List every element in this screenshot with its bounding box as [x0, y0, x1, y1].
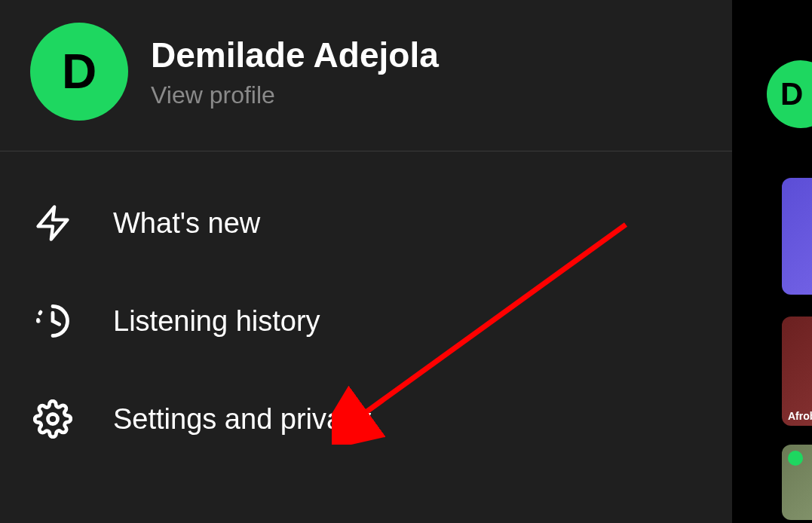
profile-text: Demilade Adejola View profile [151, 35, 439, 109]
clock-icon [30, 298, 75, 344]
album-tile[interactable]: Afrobe [782, 317, 812, 426]
settings-panel: D Demilade Adejola View profile What's n… [0, 0, 732, 523]
mini-avatar-initial: D [780, 76, 803, 112]
album-tile-label: Afrobe [788, 410, 812, 422]
menu-label: Listening history [113, 305, 320, 338]
album-tile[interactable] [782, 445, 812, 520]
gear-icon [30, 396, 75, 442]
svg-point-2 [48, 414, 58, 424]
background-strip: D Afrobe [732, 0, 812, 523]
album-tile[interactable] [782, 178, 812, 295]
menu-item-whats-new[interactable]: What's new [0, 174, 732, 272]
view-profile-link[interactable]: View profile [151, 81, 439, 109]
svg-marker-0 [38, 206, 68, 239]
menu-list: What's new Listening history Setting [0, 151, 732, 491]
avatar[interactable]: D [30, 23, 128, 121]
profile-name: Demilade Adejola [151, 35, 439, 75]
menu-item-listening-history[interactable]: Listening history [0, 272, 732, 370]
lightning-icon [30, 200, 75, 246]
menu-label: Settings and privacy [113, 403, 371, 436]
menu-item-settings-privacy[interactable]: Settings and privacy [0, 370, 732, 468]
profile-section[interactable]: D Demilade Adejola View profile [0, 0, 732, 151]
mini-avatar[interactable]: D [767, 60, 812, 128]
avatar-initial: D [62, 44, 97, 99]
menu-label: What's new [113, 207, 260, 240]
